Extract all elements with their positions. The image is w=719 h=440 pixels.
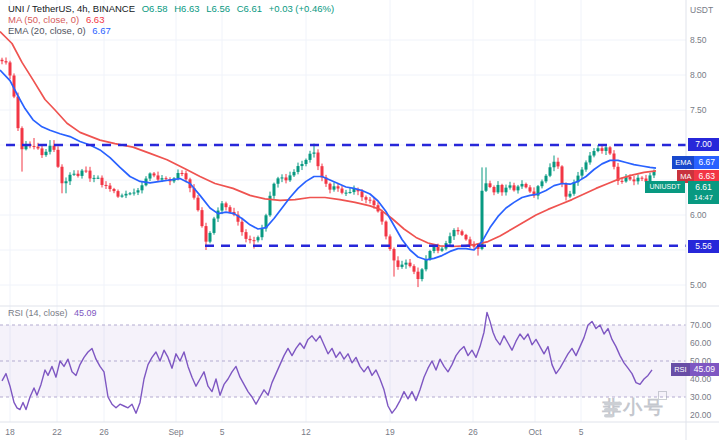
ohlc-close: C6.61: [237, 3, 262, 14]
ma50-legend-value: 6.63: [86, 14, 105, 25]
watermark: 非小号: [602, 398, 665, 417]
svg-text:12: 12: [301, 427, 311, 437]
ema-badge-name: EMA: [672, 156, 694, 169]
svg-text:26: 26: [99, 427, 109, 437]
ema20-legend-value: 6.67: [92, 25, 111, 36]
ema-badge-value: 6.67: [694, 156, 719, 169]
svg-text:Sep: Sep: [168, 427, 183, 437]
support-level-badge[interactable]: 5.56: [688, 240, 719, 253]
svg-text:26: 26: [468, 427, 478, 437]
symbol-price-label: UNIUSDT: [645, 181, 685, 193]
rsi-legend-value: 45.09: [74, 308, 97, 318]
ema-value-badge[interactable]: EMA 6.67: [672, 156, 719, 169]
watermark-mark-icon: [658, 391, 667, 400]
bar-countdown: 14:47: [688, 193, 719, 203]
candlesticks: [1, 57, 656, 287]
svg-text:20.00: 20.00: [690, 410, 712, 420]
rsi-badge-value: 45.09: [690, 363, 719, 376]
ma50-line[interactable]: [0, 32, 656, 247]
svg-text:6.00: 6.00: [690, 210, 707, 220]
chart-canvas[interactable]: USDT8.508.007.506.005.505.0070.0060.0050…: [0, 0, 719, 440]
chart-window: USDT8.508.007.506.005.505.0070.0060.0050…: [0, 0, 719, 440]
svg-text:60.00: 60.00: [690, 338, 712, 348]
last-price-badge[interactable]: 6.61 14:47: [688, 181, 719, 204]
svg-text:22: 22: [52, 427, 62, 437]
ohlc-high: H6.63: [174, 3, 199, 14]
ma50-legend[interactable]: MA (50, close, 0) 6.63: [8, 14, 104, 25]
rsi-pane[interactable]: [0, 325, 686, 397]
ohlc-low: L6.56: [206, 3, 230, 14]
symbol-title[interactable]: UNI / TetherUS, 4h, BINANCE: [8, 3, 135, 14]
svg-text:8.50: 8.50: [690, 35, 707, 45]
svg-text:5: 5: [579, 427, 584, 437]
svg-text:30.00: 30.00: [690, 392, 712, 402]
price-change: +0.03 (+0.46%): [269, 3, 335, 14]
svg-text:5: 5: [220, 427, 225, 437]
rsi-badge-name: RSI: [671, 363, 690, 376]
symbol-header[interactable]: UNI / TetherUS, 4h, BINANCE O6.58 H6.63 …: [8, 3, 334, 14]
svg-text:19: 19: [385, 427, 395, 437]
svg-text:8.00: 8.00: [690, 70, 707, 80]
ohlc-open: O6.58: [142, 3, 168, 14]
ema20-legend-label: EMA (20, close, 0): [8, 25, 86, 36]
svg-text:18: 18: [5, 427, 15, 437]
svg-text:USDT: USDT: [690, 5, 713, 15]
rsi-value-badge[interactable]: RSI 45.09: [671, 363, 719, 376]
watermark-logo-icon: [602, 398, 628, 422]
ma50-legend-label: MA (50, close, 0): [8, 14, 79, 25]
svg-text:Oct: Oct: [528, 427, 542, 437]
rsi-legend-label: RSI (14, close): [8, 308, 68, 318]
time-axis[interactable]: 182226Sep5121926Oct5: [5, 427, 583, 437]
resistance-level-badge[interactable]: 7.00: [688, 138, 719, 151]
svg-text:70.00: 70.00: [690, 320, 712, 330]
ema20-legend[interactable]: EMA (20, close, 0) 6.67: [8, 25, 111, 36]
svg-text:5.00: 5.00: [690, 280, 707, 290]
svg-text:7.50: 7.50: [690, 105, 707, 115]
rsi-legend[interactable]: RSI (14, close) 45.09: [8, 308, 97, 318]
last-price-value: 6.61: [688, 181, 719, 193]
